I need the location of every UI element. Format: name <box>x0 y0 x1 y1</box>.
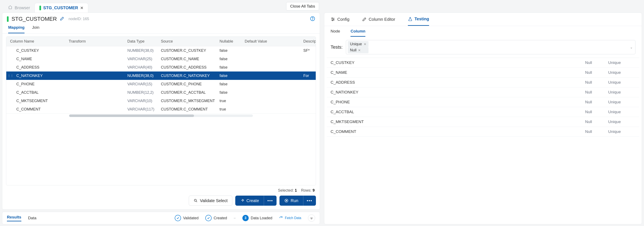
validate-select-button[interactable]: Validate Select <box>189 196 232 206</box>
test-unique-cell[interactable]: Unique <box>608 129 636 134</box>
table-row[interactable]: C_MKTSEGMENTVARCHAR(10)CUSTOMER.C_MKTSEG… <box>6 97 316 105</box>
th-transform[interactable]: Transform <box>69 39 128 44</box>
edit-icon[interactable] <box>60 16 64 22</box>
close-all-tabs-button[interactable]: Close All Tabs <box>286 2 319 11</box>
test-null-cell[interactable]: Null <box>585 60 608 65</box>
cell-data-type: VARCHAR(117) <box>128 107 161 112</box>
test-unique-cell[interactable]: Unique <box>608 110 636 114</box>
subtab-column[interactable]: Column <box>350 29 365 37</box>
test-null-cell[interactable]: Null <box>585 90 608 95</box>
test-row[interactable]: C_ADDRESSNullUnique <box>327 78 639 87</box>
fetch-data-button[interactable]: Fetch Data <box>279 216 301 220</box>
cell-nullable: false <box>220 65 245 70</box>
test-null-cell[interactable]: Null <box>585 80 608 85</box>
table-row[interactable]: ⋮⋮C_NATIONKEYNUMBER(38,0)CUSTOMER.C_NATI… <box>6 72 316 80</box>
node-id-label: nodeID: 165 <box>68 17 89 21</box>
test-tag[interactable]: Null✕ <box>348 47 368 53</box>
page-title: STG_CUSTOMER <box>12 16 57 22</box>
help-icon[interactable] <box>310 16 315 22</box>
cell-source: CUSTOMER.C_CUSTKEY <box>161 49 220 53</box>
cell-nullable: false <box>220 57 245 61</box>
test-col-name: C_ACCTBAL <box>330 110 585 114</box>
table-row[interactable]: C_ACCTBALNUMBER(12,2)CUSTOMER.C_ACCTBALf… <box>6 88 316 97</box>
tab-config[interactable]: Config <box>330 17 350 26</box>
test-null-cell[interactable]: Null <box>585 110 608 114</box>
tab-data[interactable]: Data <box>28 216 36 220</box>
test-unique-cell[interactable]: Unique <box>608 80 636 85</box>
pencil-icon <box>362 17 366 22</box>
cell-data-type: NUMBER(12,2) <box>128 90 161 95</box>
tab-results[interactable]: Results <box>7 215 21 221</box>
cell-description: For <box>303 74 312 78</box>
table-row[interactable]: C_PHONEVARCHAR(15)CUSTOMER.C_PHONEfalse <box>6 80 316 88</box>
test-row[interactable]: C_CUSTKEYNullUnique <box>327 58 639 68</box>
test-null-cell[interactable]: Null <box>585 129 608 134</box>
check-icon <box>175 215 181 221</box>
test-null-cell[interactable]: Null <box>585 100 608 104</box>
test-null-cell[interactable]: Null <box>585 119 608 124</box>
test-col-name: C_COMMENT <box>330 129 585 134</box>
test-col-name: C_NATIONKEY <box>330 90 585 95</box>
test-row[interactable]: C_NAMENullUnique <box>327 68 639 78</box>
tab-column-editor[interactable]: Column Editor <box>362 17 395 26</box>
subtab-node[interactable]: Node <box>330 29 340 37</box>
chevron-down-icon: ⌄ <box>630 45 633 49</box>
th-default-value[interactable]: Default Value <box>245 39 303 44</box>
node-type-pill <box>40 6 41 10</box>
th-source[interactable]: Source <box>161 39 220 44</box>
tab-testing[interactable]: Testing <box>408 17 429 26</box>
th-column-name[interactable]: Column Name <box>10 39 69 44</box>
sliders-icon <box>330 17 335 22</box>
flask-icon <box>408 17 412 21</box>
cell-column-name: C_NAME <box>10 57 69 61</box>
cell-source: CUSTOMER.C_NAME <box>161 57 220 61</box>
tab-browser-label: Browser <box>15 6 30 10</box>
th-data-type[interactable]: Data Type <box>128 39 161 44</box>
tab-browser[interactable]: Browser <box>3 3 34 13</box>
table-row[interactable]: C_COMMENTVARCHAR(117)CUSTOMER.C_COMMENTt… <box>6 105 316 113</box>
svg-point-5 <box>333 19 334 20</box>
chevron-down-icon[interactable] <box>308 214 315 221</box>
test-unique-cell[interactable]: Unique <box>608 90 636 95</box>
tests-select[interactable]: Unique✕Null✕ ⌄ <box>346 40 636 54</box>
close-icon[interactable]: ✕ <box>80 6 84 10</box>
tab-bar: Browser STG_CUSTOMER ✕ Close All Tabs <box>0 0 322 13</box>
drag-handle-icon[interactable]: ⋮⋮ <box>8 74 14 77</box>
th-description[interactable]: Descript <box>303 39 316 44</box>
tab-stg-customer[interactable]: STG_CUSTOMER ✕ <box>34 3 88 13</box>
test-row[interactable]: C_PHONENullUnique <box>327 97 639 107</box>
test-null-cell[interactable]: Null <box>585 70 608 75</box>
test-row[interactable]: C_COMMENTNullUnique <box>327 127 639 137</box>
test-row[interactable]: C_MKTSEGMENTNullUnique <box>327 117 639 127</box>
th-nullable[interactable]: Nullable <box>220 39 245 44</box>
test-unique-cell[interactable]: Unique <box>608 100 636 104</box>
tab-mapping[interactable]: Mapping <box>8 25 24 33</box>
remove-tag-icon[interactable]: ✕ <box>358 49 361 52</box>
create-menu-button[interactable]: ••• <box>264 196 276 206</box>
table-header: Column Name Transform Data Type Source N… <box>6 37 316 46</box>
test-tag[interactable]: Unique✕ <box>348 41 368 47</box>
cell-data-type: VARCHAR(25) <box>128 57 161 61</box>
run-button[interactable]: Run <box>280 196 303 206</box>
cell-description: SF* <box>303 49 312 53</box>
table-row[interactable]: C_NAMEVARCHAR(25)CUSTOMER.C_NAMEfalse <box>6 55 316 63</box>
test-row[interactable]: C_NATIONKEYNullUnique <box>327 87 639 97</box>
run-menu-button[interactable]: ••• <box>303 196 316 206</box>
test-row[interactable]: C_ACCTBALNullUnique <box>327 107 639 117</box>
selection-info: Selected: 1 Rows: 9 <box>2 186 320 194</box>
table-row[interactable]: C_CUSTKEYNUMBER(38,0)CUSTOMER.C_CUSTKEYf… <box>6 46 316 55</box>
tests-table: C_CUSTKEYNullUniqueC_NAMENullUniqueC_ADD… <box>327 58 639 221</box>
test-unique-cell[interactable]: Unique <box>608 119 636 124</box>
status-created: Created <box>205 215 227 221</box>
columns-table: Column Name Transform Data Type Source N… <box>6 37 316 185</box>
remove-tag-icon[interactable]: ✕ <box>364 42 366 46</box>
test-col-name: C_PHONE <box>330 100 585 104</box>
tab-join[interactable]: Join <box>32 25 40 33</box>
horizontal-scrollbar[interactable] <box>6 113 316 118</box>
cell-column-name: C_CUSTKEY <box>10 49 69 53</box>
svg-point-1 <box>312 20 313 20</box>
create-button[interactable]: Create <box>235 196 264 206</box>
test-unique-cell[interactable]: Unique <box>608 60 636 65</box>
test-unique-cell[interactable]: Unique <box>608 70 636 75</box>
table-row[interactable]: C_ADDRESSVARCHAR(40)CUSTOMER.C_ADDRESSfa… <box>6 63 316 72</box>
